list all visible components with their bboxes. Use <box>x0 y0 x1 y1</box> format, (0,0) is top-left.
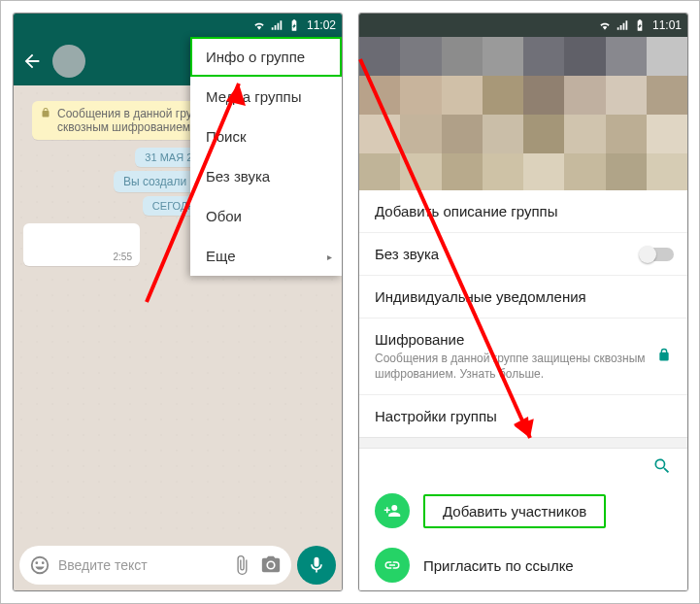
encryption-label: Шифрование <box>375 331 672 348</box>
row-invite-link[interactable]: Пригласить по ссылке <box>359 538 687 591</box>
encryption-subtext: Сообщения в данной группе защищены сквоз… <box>375 351 672 382</box>
status-icons <box>252 18 301 32</box>
battery-icon <box>287 18 301 32</box>
add-person-badge <box>375 493 410 528</box>
message-input-bar: Введите текст <box>14 540 342 590</box>
menu-more-label: Еще <box>206 248 236 264</box>
status-time: 11:02 <box>307 18 336 32</box>
phone-group-info-screen: 11:01 Добавить описание группы Без звука… <box>358 13 688 591</box>
wifi-icon <box>598 18 612 32</box>
overflow-menu: Инфо о группе Медиа группы Поиск Без зву… <box>190 37 342 276</box>
link-icon <box>383 556 401 574</box>
menu-mute[interactable]: Без звука <box>190 156 342 196</box>
row-encryption[interactable]: Шифрование Сообщения в данной группе защ… <box>359 318 687 394</box>
microphone-icon <box>307 555 326 575</box>
add-description-label: Добавить описание группы <box>375 203 672 219</box>
search-icon[interactable] <box>652 456 672 476</box>
back-arrow-icon[interactable] <box>21 50 43 72</box>
tutorial-stage: 11:02 Сообщения в данной группе защищены… <box>0 0 700 604</box>
row-notifications[interactable]: Индивидуальные уведомления <box>359 275 687 318</box>
mute-toggle[interactable] <box>641 248 674 261</box>
incoming-message[interactable]: 2:55 <box>23 223 140 266</box>
invite-link-label: Пригласить по ссылке <box>423 557 574 574</box>
section-divider <box>359 437 687 449</box>
group-settings-label: Настройки группы <box>375 408 672 424</box>
message-time: 2:55 <box>114 252 132 262</box>
status-bar: 11:02 <box>14 14 342 37</box>
signal-icon <box>616 18 629 32</box>
menu-wallpaper[interactable]: Обои <box>190 196 342 236</box>
emoji-icon[interactable] <box>29 554 50 576</box>
status-icons <box>598 18 647 32</box>
link-badge <box>375 548 410 583</box>
row-add-participants[interactable]: Добавить участников <box>359 484 687 538</box>
attachment-icon[interactable] <box>231 554 252 576</box>
camera-icon[interactable] <box>260 554 282 576</box>
person-add-icon <box>383 502 401 520</box>
signal-icon <box>270 18 283 32</box>
phone-chat-screen: 11:02 Сообщения в данной группе защищены… <box>13 13 343 591</box>
lock-icon <box>40 107 51 121</box>
lock-icon <box>656 348 672 366</box>
wifi-icon <box>252 18 266 32</box>
input-placeholder: Введите текст <box>58 557 223 573</box>
row-search-participants <box>359 449 687 484</box>
group-avatar[interactable] <box>52 45 85 78</box>
status-bar: 11:01 <box>359 14 687 37</box>
row-group-settings[interactable]: Настройки группы <box>359 394 687 437</box>
notifications-label: Индивидуальные уведомления <box>375 288 672 305</box>
mute-label: Без звука <box>375 246 672 262</box>
battery-icon <box>633 18 647 32</box>
status-time: 11:01 <box>652 18 682 32</box>
group-hero-image[interactable] <box>359 37 687 190</box>
menu-group-info[interactable]: Инфо о группе <box>190 37 342 77</box>
chevron-right-icon: ▸ <box>327 251 332 261</box>
add-participants-label: Добавить участников <box>423 494 606 528</box>
row-mute[interactable]: Без звука <box>359 232 687 275</box>
group-settings-list[interactable]: Добавить описание группы Без звука Индив… <box>359 190 687 591</box>
menu-more[interactable]: Еще ▸ <box>190 236 342 276</box>
row-add-description[interactable]: Добавить описание группы <box>359 190 687 232</box>
message-input[interactable]: Введите текст <box>19 546 291 585</box>
menu-search[interactable]: Поиск <box>190 117 342 156</box>
menu-group-media[interactable]: Медиа группы <box>190 77 342 117</box>
voice-record-button[interactable] <box>297 546 336 585</box>
